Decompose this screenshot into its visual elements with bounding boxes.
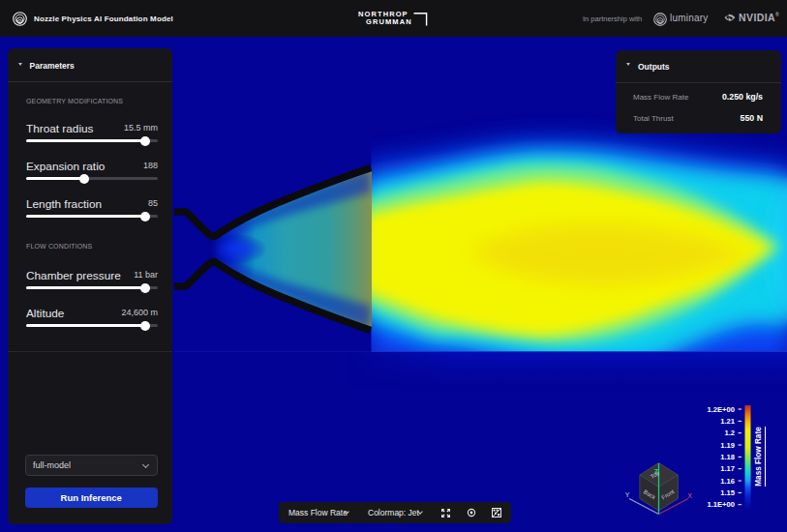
svg-text:Y: Y	[625, 491, 630, 498]
svg-text:1.2E+00: 1.2E+00	[707, 405, 735, 414]
svg-text:1.21: 1.21	[720, 417, 736, 426]
svg-text:1.1E+00: 1.1E+00	[707, 500, 735, 509]
svg-text:1.17: 1.17	[720, 464, 735, 473]
svg-text:1.15: 1.15	[720, 488, 736, 497]
svg-text:1.19: 1.19	[720, 441, 735, 450]
svg-text:1.16: 1.16	[720, 477, 735, 486]
svg-text:Mass Flow Rate: Mass Flow Rate	[754, 427, 763, 487]
svg-text:1.2: 1.2	[724, 429, 735, 437]
svg-text:1.18: 1.18	[720, 453, 735, 461]
svg-text:Z: Z	[654, 468, 659, 475]
svg-text:X: X	[687, 492, 692, 499]
